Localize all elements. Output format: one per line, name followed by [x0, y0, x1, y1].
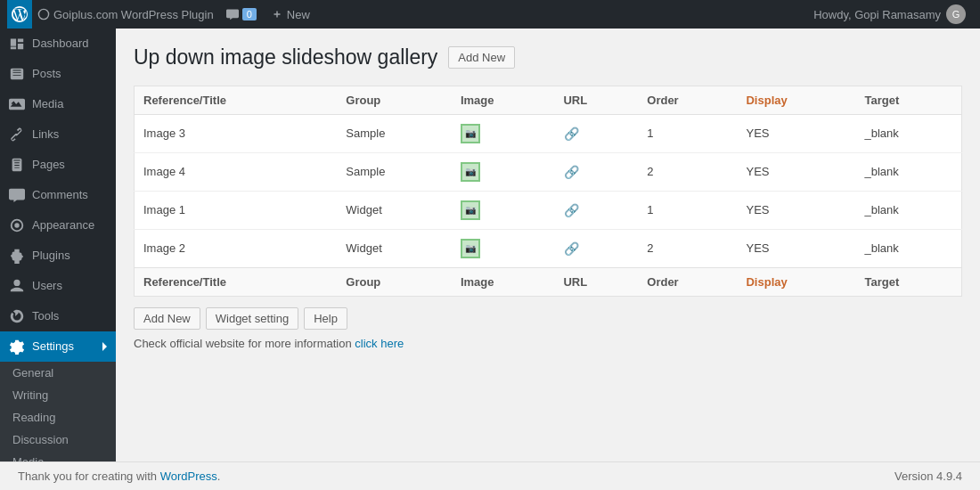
cell-image: 📷: [452, 229, 555, 267]
sidebar-users-label: Users: [32, 279, 62, 294]
sidebar-media-label: Media: [32, 97, 63, 112]
add-new-bottom-button[interactable]: Add New: [134, 307, 200, 330]
table-row: Image 4 Sample 📷 🔗 2 YES _blank: [135, 152, 962, 191]
wp-logo[interactable]: [7, 0, 32, 29]
cell-image: 📷: [452, 191, 555, 229]
footer-note-text: Check official website for more informat…: [134, 337, 352, 350]
settings-arrow-icon: [102, 342, 107, 351]
sidebar-comments-label: Comments: [32, 188, 88, 203]
submenu-discussion[interactable]: Discussion: [0, 429, 116, 451]
col-target: Target: [855, 86, 961, 114]
howdy-label: Howdy, Gopi Ramasamy: [813, 8, 941, 21]
image-thumbnail-icon[interactable]: 📷: [461, 239, 480, 258]
page-header: Up down image slideshow gallery Add New: [134, 45, 962, 71]
footer-thank-you: Thank you for creating with WordPress.: [18, 470, 220, 483]
cell-url: 🔗: [554, 114, 638, 152]
footer-version: Version 4.9.4: [894, 470, 962, 483]
add-new-header-button[interactable]: Add New: [448, 46, 515, 69]
slideshow-table: Reference/Title Group Image URL Order Di…: [134, 86, 962, 297]
admin-bar: Goiplus.com WordPress Plugin 0 New Howdy…: [0, 0, 980, 29]
image-thumbnail-icon[interactable]: 📷: [461, 124, 480, 143]
sidebar-item-links[interactable]: Links: [0, 119, 116, 150]
footer-col-group: Group: [337, 267, 452, 296]
col-reference: Reference/Title: [135, 86, 338, 114]
settings-submenu: General Writing Reading Discussion Media…: [0, 362, 116, 461]
col-url: URL: [554, 86, 638, 114]
sidebar-links-label: Links: [32, 127, 59, 143]
table-actions: Add New Widget setting Help: [134, 307, 962, 330]
cell-order: 1: [638, 191, 737, 229]
cell-image: 📷: [452, 114, 555, 152]
sidebar-item-comments[interactable]: Comments: [0, 180, 116, 210]
wordpress-link[interactable]: WordPress: [160, 470, 217, 483]
sidebar-item-dashboard[interactable]: Dashboard: [0, 29, 116, 59]
col-group: Group: [337, 86, 452, 114]
sidebar-item-settings[interactable]: Settings: [0, 331, 116, 362]
footer-click-here-link[interactable]: click here: [355, 337, 404, 350]
cell-reference: Image 1: [135, 191, 338, 229]
image-thumbnail-icon[interactable]: 📷: [461, 200, 480, 220]
cell-reference: Image 4: [135, 152, 338, 191]
cell-reference: Image 3: [135, 114, 338, 152]
cell-group: Sample: [337, 114, 452, 152]
new-label: New: [287, 8, 310, 21]
svg-point-0: [38, 9, 48, 19]
cell-target: _blank: [855, 229, 961, 267]
thank-you-text: Thank you for creating with: [18, 470, 157, 483]
cell-target: _blank: [855, 191, 961, 229]
sidebar-tools-label: Tools: [32, 309, 59, 324]
table-row: Image 2 Widget 📷 🔗 2 YES _blank: [135, 229, 962, 267]
sidebar-item-plugins[interactable]: Plugins: [0, 241, 116, 271]
cell-display: YES: [737, 114, 855, 152]
sidebar-item-tools[interactable]: Tools: [0, 301, 116, 331]
cell-url: 🔗: [554, 152, 638, 191]
table-header-row: Reference/Title Group Image URL Order Di…: [135, 86, 962, 114]
cell-display: YES: [737, 191, 855, 229]
page-title: Up down image slideshow gallery: [134, 45, 437, 71]
sidebar-item-appearance[interactable]: Appearance: [0, 210, 116, 241]
main-container: Dashboard Posts Media Links Pages Commen…: [0, 29, 980, 461]
sidebar-plugins-label: Plugins: [32, 249, 70, 264]
table-footer-row: Reference/Title Group Image URL Order Di…: [135, 267, 962, 296]
adminbar-new[interactable]: New: [264, 0, 317, 29]
table-row: Image 1 Widget 📷 🔗 1 YES _blank: [135, 191, 962, 229]
submenu-reading[interactable]: Reading: [0, 406, 116, 429]
cell-url: 🔗: [554, 191, 638, 229]
col-order: Order: [638, 86, 737, 114]
comment-count: 0: [242, 8, 257, 20]
sidebar-item-media[interactable]: Media: [0, 89, 116, 119]
cell-url: 🔗: [554, 229, 638, 267]
footer-col-target: Target: [855, 267, 961, 296]
cell-group: Widget: [337, 229, 452, 267]
widget-setting-button[interactable]: Widget setting: [206, 307, 298, 330]
sidebar-item-users[interactable]: Users: [0, 271, 116, 301]
adminbar-site-name[interactable]: Goiplus.com WordPress Plugin: [32, 0, 219, 29]
content-area: Up down image slideshow gallery Add New …: [116, 29, 980, 461]
cell-reference: Image 2: [135, 229, 338, 267]
sidebar-item-posts[interactable]: Posts: [0, 59, 116, 89]
adminbar-comments[interactable]: 0: [219, 0, 264, 29]
help-button[interactable]: Help: [304, 307, 347, 330]
url-link-icon[interactable]: 🔗: [563, 126, 579, 142]
submenu-general[interactable]: General: [0, 362, 116, 384]
submenu-writing[interactable]: Writing: [0, 384, 116, 406]
submenu-media[interactable]: Media: [0, 451, 116, 461]
sidebar-appearance-label: Appearance: [32, 218, 94, 233]
footer-col-order: Order: [638, 267, 737, 296]
cell-order: 1: [638, 114, 737, 152]
sidebar-pages-label: Pages: [32, 158, 65, 173]
col-display: Display: [737, 86, 855, 114]
footer-col-image: Image: [452, 267, 555, 296]
cell-target: _blank: [855, 114, 961, 152]
footer-note: Check official website for more informat…: [134, 337, 962, 350]
site-name-label: Goiplus.com WordPress Plugin: [53, 8, 214, 21]
cell-display: YES: [737, 152, 855, 191]
url-link-icon[interactable]: 🔗: [563, 241, 579, 257]
url-link-icon[interactable]: 🔗: [563, 202, 579, 218]
image-thumbnail-icon[interactable]: 📷: [461, 162, 480, 182]
sidebar-item-pages[interactable]: Pages: [0, 150, 116, 180]
url-link-icon[interactable]: 🔗: [563, 164, 579, 180]
adminbar-howdy[interactable]: Howdy, Gopi Ramasamy G: [806, 4, 973, 24]
cell-order: 2: [638, 229, 737, 267]
cell-order: 2: [638, 152, 737, 191]
